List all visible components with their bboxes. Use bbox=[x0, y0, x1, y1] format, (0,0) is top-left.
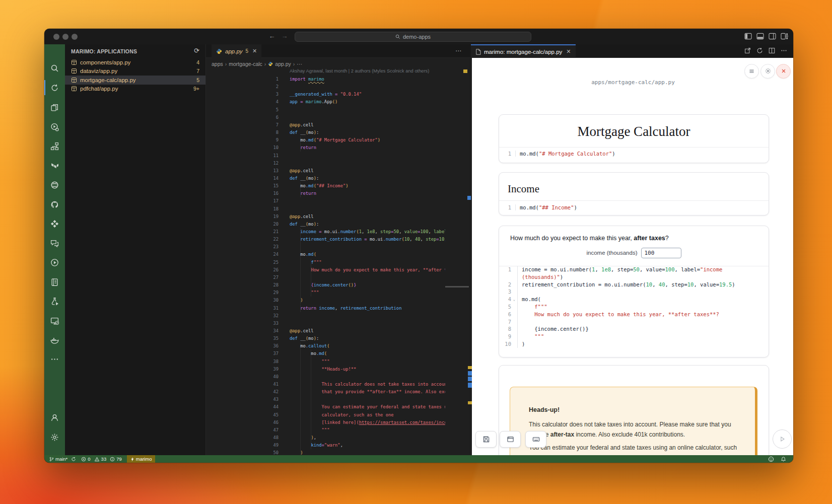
tab-marimo-webview[interactable]: marimo: mortgage-calc/app.py ✕ bbox=[471, 44, 576, 58]
python-icon bbox=[216, 48, 222, 54]
code-line-50: 50 ) bbox=[206, 449, 445, 455]
command-center-search[interactable]: demo-apps bbox=[295, 32, 531, 42]
github-icon[interactable] bbox=[44, 197, 65, 212]
code-line-7: 7@app.cell bbox=[206, 121, 445, 129]
list-item-pdfchat-app-py[interactable]: pdfchat/app.py9+ bbox=[65, 85, 205, 94]
docker-icon[interactable] bbox=[44, 333, 65, 348]
cell-code[interactable]: 1mo.md("# Mortgage Calculator") bbox=[499, 151, 769, 157]
run-tool-icon[interactable] bbox=[44, 119, 65, 134]
code-line-47: 47 """ bbox=[206, 426, 445, 434]
webview-code-line: 8 {income.center()} bbox=[499, 325, 769, 333]
marimo-status-badge[interactable]: marimo bbox=[127, 455, 156, 463]
back-arrow-icon[interactable]: ← bbox=[267, 32, 276, 40]
tab-close-icon[interactable]: ✕ bbox=[566, 48, 571, 55]
cell-code[interactable]: 1mo.md("## Income") bbox=[499, 204, 769, 210]
customize-layout-icon[interactable] bbox=[781, 33, 788, 40]
notebook-file-icon bbox=[71, 77, 77, 83]
zoom-traffic-light[interactable] bbox=[72, 34, 78, 40]
code-line-12: 12 bbox=[206, 160, 445, 167]
forward-arrow-icon[interactable]: → bbox=[280, 32, 289, 40]
code-line-6: 6 bbox=[206, 114, 445, 121]
more-icon[interactable] bbox=[44, 351, 65, 367]
code-line-13: 13@app.cell bbox=[206, 167, 445, 175]
settings-icon[interactable] bbox=[44, 429, 65, 445]
toggle-sidebar-icon[interactable] bbox=[744, 33, 752, 40]
code-line-33: 33 bbox=[206, 320, 445, 327]
breadcrumb-item[interactable]: ⋯ bbox=[297, 61, 302, 67]
breadcrumb-item[interactable]: mortgage-calc bbox=[229, 61, 262, 67]
open-external-icon[interactable] bbox=[744, 47, 751, 54]
problems-badge: 9+ bbox=[193, 86, 199, 92]
python-icon bbox=[268, 61, 273, 66]
code-line-28: 28 {income.center()} bbox=[206, 281, 445, 289]
test-play-icon[interactable] bbox=[44, 294, 65, 309]
remote-screen-icon[interactable] bbox=[44, 313, 65, 328]
code-line-43: 43 bbox=[206, 396, 445, 403]
problems-badge: 4 bbox=[196, 59, 199, 65]
list-item-components-app-py[interactable]: components/app.py4 bbox=[65, 58, 205, 67]
toggle-secondary-sidebar-icon[interactable] bbox=[769, 33, 776, 40]
code-line-30: 30 ) bbox=[206, 297, 445, 304]
notebook-icon[interactable] bbox=[44, 274, 65, 290]
refresh-icon[interactable]: ⟳ bbox=[194, 47, 199, 54]
code-editor[interactable]: 1import marimo23__generated_with = "0.0.… bbox=[206, 76, 445, 455]
comments-icon[interactable] bbox=[44, 236, 65, 251]
webview-code-line: 9 """ bbox=[499, 333, 769, 340]
code-line-15: 15 mo.md("## Income") bbox=[206, 182, 445, 190]
list-item-dataviz-app-py[interactable]: dataviz/app.py7 bbox=[65, 67, 205, 76]
overview-mark bbox=[463, 69, 467, 73]
code-line-20: 20def __(mo): bbox=[206, 221, 445, 228]
problems-indicator[interactable]: 0 33 79 bbox=[81, 455, 121, 463]
search-icon[interactable] bbox=[44, 60, 65, 76]
settings-button[interactable] bbox=[760, 64, 775, 79]
live-preview-icon[interactable] bbox=[44, 255, 65, 270]
reload-icon[interactable] bbox=[756, 47, 763, 54]
cell-code[interactable]: 1income = mo.ui.number(1, 1e8, step=50, … bbox=[499, 266, 769, 348]
terraform-icon[interactable] bbox=[44, 158, 65, 173]
open-window-button[interactable] bbox=[500, 431, 521, 448]
code-line-32: 32 bbox=[206, 312, 445, 320]
scrollbar-slider[interactable] bbox=[445, 286, 469, 287]
account-icon[interactable] bbox=[44, 410, 65, 425]
editor-actions-overflow[interactable]: ⋯ bbox=[455, 47, 462, 54]
notebook-file-icon bbox=[71, 59, 77, 65]
symbols-icon[interactable] bbox=[44, 139, 65, 154]
git-branch-indicator[interactable]: main* bbox=[49, 455, 76, 463]
close-traffic-light[interactable] bbox=[53, 34, 59, 40]
menu-button[interactable] bbox=[744, 64, 759, 79]
list-item-mortgage-calc-app-py[interactable]: mortgage-calc/app.py5 bbox=[65, 76, 205, 85]
income-input[interactable] bbox=[641, 248, 681, 258]
tab-close-icon[interactable]: ✕ bbox=[252, 48, 257, 54]
breadcrumb-item[interactable]: apps bbox=[212, 61, 223, 67]
callout-title: Heads-up! bbox=[529, 406, 560, 413]
azure-icon[interactable] bbox=[44, 217, 65, 232]
code-line-45: 45 calculator, such as the one bbox=[206, 411, 445, 419]
code-line-49: 49 kind="warn", bbox=[206, 442, 445, 449]
breadcrumb-item[interactable]: app.py bbox=[275, 61, 291, 67]
files-icon[interactable] bbox=[44, 100, 65, 115]
toggle-panel-icon[interactable] bbox=[756, 33, 764, 40]
feedback-smiley-icon[interactable] bbox=[768, 456, 774, 462]
code-line-2: 2 bbox=[206, 83, 445, 91]
keyboard-shortcuts-button[interactable] bbox=[525, 431, 546, 448]
run-app-button[interactable] bbox=[773, 429, 792, 449]
overview-mark bbox=[468, 377, 472, 381]
code-line-48: 48 ), bbox=[206, 434, 445, 442]
minimize-traffic-light[interactable] bbox=[62, 34, 68, 40]
code-line-35: 35def __(mo): bbox=[206, 335, 445, 342]
code-line-38: 38 """ bbox=[206, 358, 445, 366]
code-line-46: 46 [linked here](https://smartasset.com/… bbox=[206, 419, 445, 426]
tab-label: app.py bbox=[225, 48, 243, 54]
more-actions-icon[interactable] bbox=[781, 47, 787, 54]
code-line-10: 10 return bbox=[206, 144, 445, 152]
bell-icon[interactable] bbox=[781, 456, 786, 462]
code-line-37: 37 mo.md( bbox=[206, 350, 445, 357]
shutdown-button[interactable] bbox=[776, 64, 791, 79]
breadcrumb[interactable]: apps›mortgage-calc›app.py›⋯ bbox=[212, 60, 302, 68]
tab-app-py[interactable]: app.py 5 ✕ bbox=[212, 44, 261, 58]
marimo-icon[interactable] bbox=[44, 80, 65, 95]
split-editor-icon[interactable] bbox=[769, 47, 775, 54]
save-button[interactable] bbox=[475, 431, 497, 448]
hamburger-icon bbox=[748, 68, 755, 75]
sphere-icon[interactable] bbox=[44, 178, 65, 193]
